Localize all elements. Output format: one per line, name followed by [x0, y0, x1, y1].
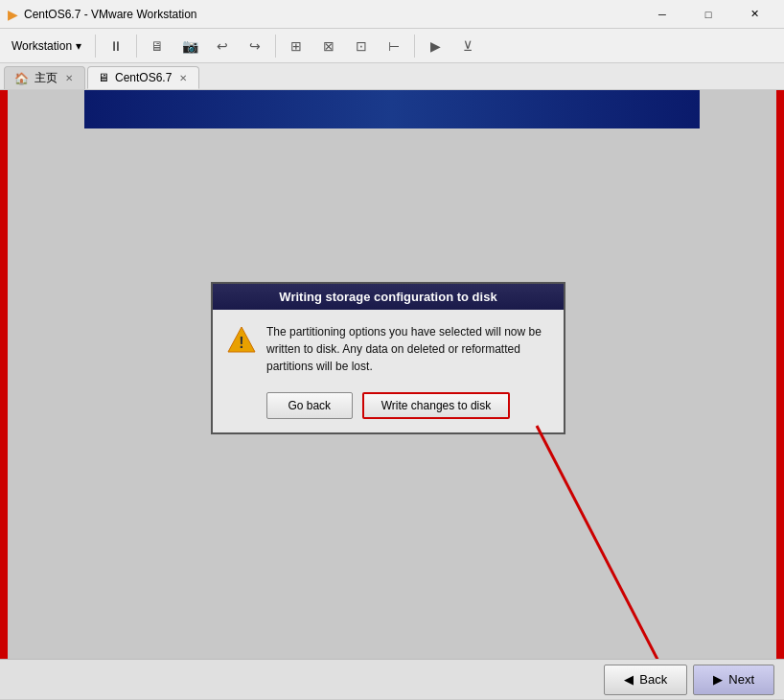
red-arrow-annotation [422, 416, 728, 659]
vm-sidebar-right [776, 90, 784, 659]
toolbar-separator-1 [95, 35, 96, 58]
minimize-button[interactable]: ─ [640, 0, 684, 29]
console-button[interactable]: ▶ [421, 32, 450, 60]
vm-area[interactable]: Writing storage configuration to disk ! … [0, 90, 784, 659]
toolbar-separator-4 [414, 35, 415, 58]
tab-centos[interactable]: 🖥 CentOS6.7 ✕ [87, 66, 199, 89]
tab-home-label: 主页 [35, 70, 58, 86]
svg-line-3 [537, 426, 680, 659]
navigation-bar: ◀ Back ▶ Next [0, 659, 784, 699]
dialog-writing-storage: Writing storage configuration to disk ! … [211, 282, 565, 434]
next-label: Next [728, 672, 754, 687]
view-button[interactable]: ⊠ [314, 32, 343, 60]
pause-button[interactable]: ⏸ [102, 32, 130, 60]
workstation-menu[interactable]: Workstation ▾ [4, 35, 89, 57]
full-screen-button[interactable]: ⊞ [282, 32, 311, 60]
vm-sidebar-left [0, 90, 8, 659]
window-title: CentOS6.7 - VMware Workstation [24, 8, 640, 21]
dialog-body-text: The partitioning options you have select… [266, 323, 550, 375]
send-ctrl-alt-del-button[interactable]: 🖥 [143, 32, 172, 60]
tab-centos-label: CentOS6.7 [115, 71, 172, 84]
unity-button[interactable]: ⊢ [380, 32, 408, 60]
forward-button[interactable]: ↪ [241, 32, 269, 60]
revert-button[interactable]: ↩ [208, 32, 237, 60]
workstation-label: Workstation [12, 39, 72, 53]
title-bar: ▶ CentOS6.7 - VMware Workstation ─ □ ✕ [0, 0, 784, 29]
go-back-button[interactable]: Go back [266, 392, 353, 419]
tab-bar: 🏠 主页 ✕ 🖥 CentOS6.7 ✕ [0, 63, 784, 90]
dialog-title: Writing storage configuration to disk [213, 284, 564, 310]
vm-settings-button[interactable]: ⊡ [347, 32, 376, 60]
next-arrow-icon: ▶ [713, 672, 723, 687]
back-arrow-icon: ◀ [624, 672, 634, 687]
vm-icon: 🖥 [98, 71, 109, 84]
back-button[interactable]: ◀ Back [604, 665, 687, 695]
warning-icon: ! [226, 325, 257, 356]
menu-bar: Workstation ▾ ⏸ 🖥 📷 ↩ ↪ ⊞ ⊠ ⊡ ⊢ ▶ ⊻ [0, 29, 784, 63]
app-icon: ▶ [8, 7, 18, 22]
back-label: Back [639, 672, 667, 687]
dialog-buttons: Go back Write changes to disk [213, 385, 564, 432]
tab-home-close-icon[interactable]: ✕ [63, 73, 75, 83]
tab-home[interactable]: 🏠 主页 ✕ [4, 66, 85, 89]
home-icon: 🏠 [14, 72, 29, 85]
next-button[interactable]: ▶ Next [693, 665, 774, 695]
dropdown-arrow-icon: ▾ [76, 39, 81, 53]
write-changes-button[interactable]: Write changes to disk [362, 392, 511, 419]
maximize-button[interactable]: □ [686, 0, 730, 29]
snapshot-button[interactable]: 📷 [175, 32, 204, 60]
vm-banner [84, 90, 700, 128]
window-controls: ─ □ ✕ [640, 0, 776, 29]
toolbar-separator-2 [136, 35, 137, 58]
dialog-body: ! The partitioning options you have sele… [213, 310, 564, 385]
svg-text:!: ! [239, 335, 243, 351]
display-button[interactable]: ⊻ [453, 32, 482, 60]
close-button[interactable]: ✕ [732, 0, 776, 29]
tab-centos-close-icon[interactable]: ✕ [177, 73, 189, 83]
toolbar-separator-3 [275, 35, 276, 58]
